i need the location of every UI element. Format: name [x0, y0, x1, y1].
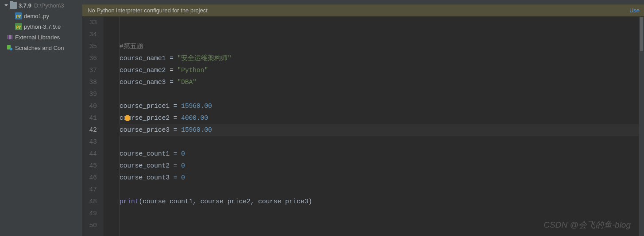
token-id: course_count3 — [120, 174, 174, 181]
token-str: "DBA" — [177, 79, 197, 86]
project-root-path: D:\Python\3 — [34, 2, 64, 9]
code-content[interactable]: #第五题course_name1 = "安全运维架构师"course_name2… — [104, 17, 644, 236]
token-num: 4000.00 — [181, 114, 208, 122]
line-number[interactable]: 44 — [82, 148, 97, 160]
token-id: course_price1 — [120, 103, 174, 110]
code-line[interactable]: course_price1 = 15960.00 — [120, 100, 644, 112]
code-line[interactable]: course_count3 = 0 — [120, 172, 644, 184]
token-op: = — [170, 67, 177, 74]
token-op: , — [251, 198, 258, 205]
token-id: course_count2 — [120, 162, 174, 169]
token-op: = — [174, 114, 181, 122]
code-line[interactable]: course_price3 = 15960.00 — [120, 124, 644, 136]
token-num: 0 — [181, 150, 185, 157]
token-op: (course_count1 — [139, 198, 193, 205]
code-line[interactable]: course_name3 = "DBA" — [120, 76, 644, 88]
line-number[interactable]: 41 — [82, 112, 97, 124]
token-op: = — [174, 126, 181, 133]
line-number[interactable]: 35 — [82, 41, 97, 53]
token-str: "安全运维架构师" — [177, 55, 231, 62]
line-number[interactable]: 47 — [82, 184, 97, 196]
warning-message: No Python interpreter configured for the… — [88, 7, 208, 14]
token-op: = — [170, 79, 177, 86]
line-number[interactable]: 42 — [82, 124, 97, 136]
line-number[interactable]: 38 — [82, 76, 97, 88]
token-num: 15960.00 — [181, 103, 212, 110]
code-line[interactable] — [120, 88, 644, 100]
python-file-icon: py — [15, 12, 22, 19]
token-id: course_name1 — [120, 55, 170, 62]
line-number[interactable]: 33 — [82, 17, 97, 29]
line-number[interactable]: 49 — [82, 208, 97, 220]
external-libraries-row[interactable]: External Libraries — [0, 32, 82, 42]
line-number[interactable]: 40 — [82, 100, 97, 112]
token-op: = — [174, 174, 181, 181]
token-id: course_name3 — [120, 79, 170, 86]
project-root-label: 3.7.9 — [19, 2, 31, 9]
line-number[interactable]: 48 — [82, 196, 97, 208]
line-number[interactable]: 45 — [82, 160, 97, 172]
token-op: = — [170, 55, 177, 62]
editor-tabs[interactable] — [82, 0, 644, 4]
code-line[interactable]: #第五题 — [120, 41, 644, 53]
token-num: 0 — [181, 174, 185, 181]
configure-interpreter-link[interactable]: Use — [629, 7, 640, 14]
token-id: course_price2 — [201, 198, 251, 205]
token-op: = — [174, 162, 181, 169]
code-line[interactable] — [120, 17, 644, 29]
ide-root: 3.7.9 D:\Python\3 py demo1.py py python-… — [0, 0, 644, 236]
code-line[interactable]: course_name1 = "安全运维架构师" — [120, 53, 644, 65]
token-id: course_count1 — [120, 150, 174, 157]
code-line[interactable]: print(course_count1, course_price2, cour… — [120, 196, 644, 208]
token-cm: #第五题 — [120, 43, 143, 50]
project-sidebar[interactable]: 3.7.9 D:\Python\3 py demo1.py py python-… — [0, 0, 82, 236]
line-number[interactable]: 43 — [82, 136, 97, 148]
code-line[interactable] — [120, 136, 644, 148]
scratches-label: Scratches and Con — [15, 45, 64, 51]
file-row-python379[interactable]: py python-3.7.9.e — [0, 21, 82, 32]
svg-point-1 — [10, 48, 12, 50]
token-op: = — [174, 103, 181, 110]
scrollbar-thumb[interactable] — [640, 17, 643, 51]
external-libraries-label: External Libraries — [15, 34, 60, 41]
code-line[interactable]: course_count1 = 0 — [120, 148, 644, 160]
token-fn: print — [120, 198, 139, 205]
scratches-icon — [6, 44, 13, 51]
token-op: = — [174, 150, 181, 157]
lightbulb-icon[interactable] — [125, 115, 130, 121]
line-number[interactable]: 36 — [82, 53, 97, 65]
file-label: demo1.py — [24, 13, 49, 19]
token-str: "Python" — [177, 67, 208, 74]
code-line[interactable] — [120, 184, 644, 196]
file-row-demo1[interactable]: py demo1.py — [0, 11, 82, 21]
code-line[interactable]: course_count2 = 0 — [120, 160, 644, 172]
code-editor[interactable]: 333435363738394041424344454647484950 #第五… — [82, 17, 644, 236]
code-line[interactable]: course_price2 = 4000.00 — [120, 112, 644, 124]
scratches-row[interactable]: Scratches and Con — [0, 42, 82, 53]
line-number[interactable]: 34 — [82, 29, 97, 41]
project-root-row[interactable]: 3.7.9 D:\Python\3 — [0, 0, 82, 11]
folder-icon — [10, 2, 17, 9]
token-id: course_name2 — [120, 67, 170, 74]
python-file-icon: py — [15, 23, 22, 30]
interpreter-warning-banner: No Python interpreter configured for the… — [82, 4, 644, 17]
library-icon — [6, 34, 13, 41]
code-line[interactable] — [120, 220, 644, 232]
code-line[interactable] — [120, 208, 644, 220]
line-number[interactable]: 37 — [82, 65, 97, 76]
token-num: 0 — [181, 162, 185, 169]
line-number[interactable]: 50 — [82, 220, 97, 232]
line-gutter[interactable]: 333435363738394041424344454647484950 — [82, 17, 104, 236]
token-id: course_price3) — [258, 198, 312, 205]
editor-area: No Python interpreter configured for the… — [82, 0, 644, 236]
token-op: , — [193, 198, 200, 205]
line-number[interactable]: 46 — [82, 172, 97, 184]
chevron-down-icon[interactable] — [4, 3, 9, 8]
token-num: 15960.00 — [181, 126, 212, 133]
file-label: python-3.7.9.e — [24, 23, 61, 30]
code-line[interactable] — [120, 29, 644, 41]
vertical-scrollbar[interactable] — [639, 17, 644, 236]
line-number[interactable]: 39 — [82, 88, 97, 100]
code-line[interactable]: course_name2 = "Python" — [120, 65, 644, 76]
token-id: course_price3 — [120, 126, 174, 133]
